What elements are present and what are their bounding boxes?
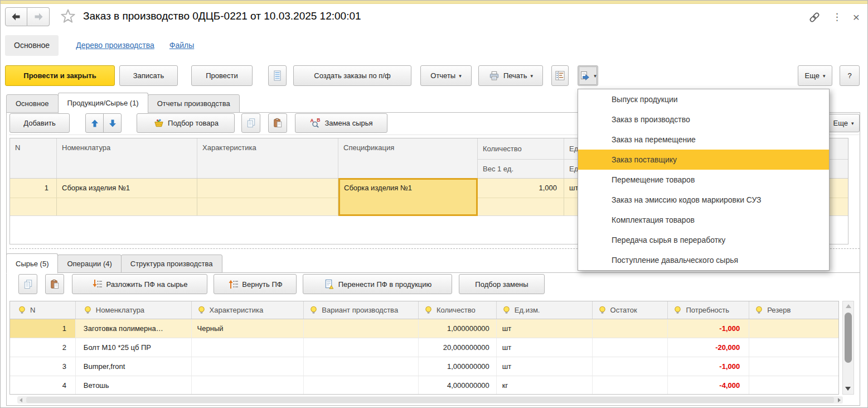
column-header-characteristic[interactable]: Характеристика [197, 138, 338, 178]
post-and-close-button[interactable]: Провести и закрыть [5, 65, 115, 86]
print-button[interactable]: Печать [478, 65, 543, 86]
scroll-up-arrow-icon[interactable] [846, 304, 851, 308]
decompose-semifinished-button[interactable]: Разложить ПФ на сырье [72, 274, 207, 294]
bulb-icon [502, 306, 511, 314]
column-header[interactable]: Потребность [668, 301, 749, 319]
column-header-n[interactable]: N [10, 138, 57, 178]
cell-n: 3 [10, 357, 76, 376]
horizontal-scrollbar[interactable] [17, 396, 843, 404]
get-link-icon[interactable] [808, 11, 821, 24]
materials-tab[interactable]: Структура производства [121, 255, 222, 273]
materials-tab[interactable]: Сырье (5) [6, 253, 58, 273]
column-header-label: Резерв [767, 306, 791, 314]
column-header[interactable]: Номенклатура [76, 301, 192, 319]
cell-unit: кг [497, 376, 593, 395]
column-header-nomenclature[interactable]: Номенклатура [57, 138, 197, 178]
add-row-button[interactable]: Добавить [9, 113, 70, 133]
horizontal-scrollbar-thumb[interactable] [26, 397, 834, 403]
menu-item[interactable]: Комплектация товаров [578, 210, 829, 230]
create-suborders-button[interactable]: Создать заказы по п/ф [293, 65, 411, 86]
table-row[interactable]: 3 Bumper,front 1,000000000 шт -1,000 [10, 357, 838, 376]
column-header-label: Количество [437, 306, 476, 314]
menu-item-label: Передача сырья в переработку [612, 236, 725, 244]
close-icon[interactable]: × [853, 12, 860, 23]
table-row[interactable]: 2 Болт М10 *25 цб ПР 20,000000000 шт -20… [10, 338, 838, 357]
paste-button[interactable] [268, 113, 287, 133]
materials-table-header: N Номенклатура Характеристика [10, 301, 838, 319]
copy-button[interactable] [18, 274, 37, 294]
cell-nomenclature: Заготовка полимерна… [76, 319, 192, 338]
scroll-left-arrow-icon[interactable] [20, 398, 22, 402]
return-semifinished-button[interactable]: Вернуть ПФ [214, 274, 297, 294]
table-row[interactable]: 4 Ветошь 4,000000000 кг -4,000 [10, 376, 838, 395]
menu-item[interactable]: Выпуск продукции [578, 89, 829, 109]
column-header-quantity-group[interactable]: Количество Вес 1 ед. [478, 138, 564, 178]
products-more-button[interactable]: Еще [827, 114, 860, 132]
column-header-label: Остаток [610, 306, 637, 314]
cell-characteristic [192, 376, 304, 395]
post-button[interactable]: Провести [191, 65, 253, 86]
column-header[interactable]: Характеристика [192, 301, 304, 319]
copy-icon [22, 279, 34, 290]
cell-nomenclature: Bumper,front [76, 357, 192, 376]
more-vertical-icon[interactable]: ⋮ [832, 12, 842, 23]
menu-item[interactable]: Заказ в производство [578, 109, 829, 129]
paste-button[interactable] [45, 274, 64, 294]
page-tab[interactable]: Отчеты производства [148, 94, 240, 113]
menu-item[interactable]: Передача сырья в переработку [578, 230, 829, 250]
pick-goods-label: Подбор товара [168, 119, 219, 127]
copy-button[interactable] [241, 113, 260, 133]
nav-item-production-tree[interactable]: Дерево производства [76, 41, 154, 50]
menu-item[interactable]: Заказ на эмиссию кодов маркировки СУЗ [578, 190, 829, 210]
register-records-button[interactable] [268, 65, 287, 86]
create-based-on-button[interactable] [578, 65, 598, 86]
scroll-right-arrow-icon[interactable] [838, 398, 841, 402]
report-structure-button[interactable] [551, 65, 569, 86]
transfer-semifinished-button[interactable]: Перенести ПФ в продукцию [303, 274, 452, 294]
page-tab[interactable]: Основное [6, 94, 59, 113]
materials-tab[interactable]: Операции (4) [57, 255, 121, 273]
find-replace-icon: AB [309, 117, 321, 129]
vertical-scrollbar-thumb[interactable] [845, 313, 852, 363]
menu-item[interactable]: Перемещение товаров [578, 170, 829, 190]
menu-item-label: Заказ в производство [612, 115, 690, 124]
menu-item[interactable]: Заказ на перемещение [578, 129, 829, 150]
app-window: Заказ в производство 0ДЦБ-0221 от 10.03.… [0, 0, 868, 408]
pick-replacement-button[interactable]: Подбор замены [459, 274, 545, 294]
menu-item[interactable]: Заказ поставщику [578, 150, 829, 170]
move-up-button[interactable] [85, 113, 104, 133]
menu-item[interactable]: Поступление давальческого сырья [578, 250, 829, 270]
column-header[interactable]: Вариант производства [304, 301, 419, 319]
write-button[interactable]: Записать [119, 65, 178, 86]
printer-icon [488, 70, 500, 81]
back-button[interactable] [5, 7, 27, 26]
replace-materials-button[interactable]: AB Замена сырья [295, 113, 387, 133]
nav-item-files[interactable]: Файлы [169, 41, 194, 50]
bulb-icon [755, 306, 763, 314]
help-button[interactable]: ? [840, 65, 860, 86]
column-header-specification[interactable]: Спецификация [338, 138, 478, 178]
column-header-quantity[interactable]: Количество [478, 138, 564, 160]
vertical-scrollbar[interactable] [842, 301, 854, 395]
chevron-down-icon [851, 119, 854, 127]
column-header[interactable]: Резерв [749, 301, 838, 319]
favorite-star-icon[interactable] [60, 8, 76, 25]
more-button[interactable]: Еще [798, 65, 832, 86]
selected-cell-specification[interactable]: Сборка изделия №1 [338, 178, 478, 216]
menu-item-label: Комплектация товаров [612, 215, 695, 224]
scroll-down-arrow-icon[interactable] [845, 387, 851, 391]
reports-button[interactable]: Отчеты [420, 65, 472, 86]
nav-item-main[interactable]: Основное [5, 35, 59, 56]
column-header[interactable]: Количество [419, 301, 497, 319]
forward-button[interactable] [27, 7, 50, 26]
column-header[interactable]: Остаток [593, 301, 668, 319]
page-tab[interactable]: Продукция/Сырье (1) [58, 93, 148, 113]
table-row[interactable]: 1 Заготовка полимерна… Черный 1,00000000… [10, 319, 838, 338]
column-header[interactable]: N [10, 301, 76, 319]
column-header[interactable]: Ед.изм. [497, 301, 593, 319]
move-down-button[interactable] [103, 113, 122, 133]
pick-goods-button[interactable]: Подбор товара [137, 113, 235, 133]
column-header-unit-weight[interactable]: Вес 1 ед. [478, 160, 564, 178]
chevron-down-icon [459, 71, 462, 80]
products-more-label: Еще [833, 119, 848, 127]
